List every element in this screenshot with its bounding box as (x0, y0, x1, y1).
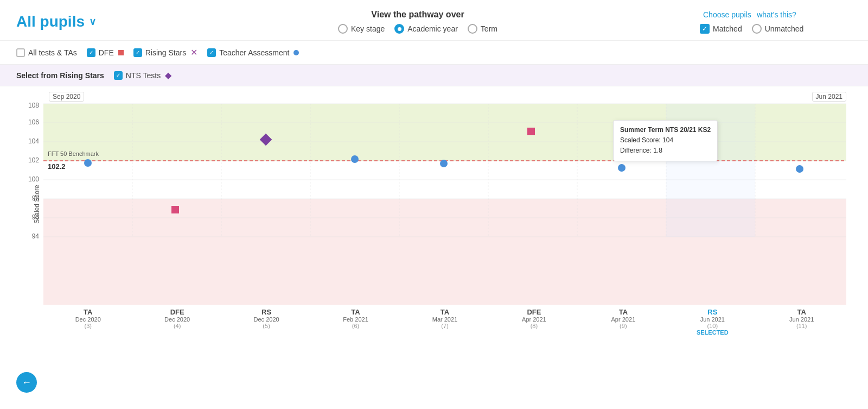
top-bar: All pupils ∨ View the pathway over Key s… (0, 0, 868, 41)
teacher-assessment-checkbox (207, 48, 216, 57)
radio-academic-year-label: Academic year (407, 24, 458, 33)
pupils-chevron: ∨ (89, 16, 96, 28)
radio-academic-year-circle (394, 24, 404, 34)
checkbox-unmatched-box (752, 24, 762, 34)
nts-checkbox (114, 71, 123, 80)
y-axis-label: Scaled Score (33, 185, 41, 223)
radio-term-label: Term (481, 24, 497, 33)
unmatched-label: Unmatched (765, 24, 804, 33)
svg-text:102.2: 102.2 (48, 162, 66, 171)
dfe-icon (118, 50, 124, 55)
pupils-dropdown[interactable]: All pupils ∨ (16, 13, 136, 30)
radio-term[interactable]: Term (468, 24, 497, 34)
pathway-section: View the pathway over Key stage Academic… (136, 10, 700, 34)
time-labels: Sep 2020 Jun 2021 (43, 92, 852, 102)
x-label-3[interactable]: RS Dec 2020 (5) (222, 308, 311, 336)
choose-pupils-section: Choose pupils what's this? Matched Unmat… (700, 10, 852, 34)
x-label-4[interactable]: TA Feb 2021 (6) (311, 308, 400, 336)
chart-area: Sep 2020 Jun 2021 Scaled Score (0, 86, 868, 347)
radio-academic-year[interactable]: Academic year (394, 24, 458, 34)
filter-teacher-assessment[interactable]: Teacher Assessment (207, 48, 299, 57)
svg-text:102: 102 (28, 156, 39, 164)
x-label-9[interactable]: TA Jun 2021 (11) (757, 308, 846, 336)
matched-label: Matched (713, 24, 742, 33)
filter-all-tests[interactable]: All tests & TAs (16, 48, 77, 57)
dfe-checkbox (87, 48, 95, 57)
svg-text:94: 94 (32, 232, 40, 240)
filter-dfe[interactable]: DFE (87, 48, 124, 57)
radio-key-stage-circle (338, 24, 348, 34)
svg-text:106: 106 (28, 118, 39, 126)
time-end-label: Jun 2021 (812, 92, 846, 102)
x-label-1[interactable]: TA Dec 2020 (3) (43, 308, 132, 336)
all-tests-label: All tests & TAs (28, 48, 77, 57)
radio-key-stage[interactable]: Key stage (338, 24, 385, 34)
teacher-assessment-icon (293, 50, 299, 55)
pupils-checkbox-group: Matched Unmatched (700, 24, 852, 34)
svg-rect-36 (527, 128, 535, 135)
filters-bar: All tests & TAs DFE Rising Stars ✕ Teach… (0, 41, 868, 65)
nts-tests-filter[interactable]: NTS Tests ◆ (114, 70, 171, 80)
svg-point-34 (351, 155, 359, 163)
nts-label: NTS Tests (126, 71, 161, 80)
svg-text:108: 108 (28, 102, 39, 109)
all-tests-checkbox (16, 48, 25, 57)
x-label-8[interactable]: RS Jun 2021 (10) SELECTED (668, 308, 757, 336)
svg-rect-32 (171, 206, 179, 213)
svg-text:FFT 50 Benchmark: FFT 50 Benchmark (48, 150, 99, 157)
teacher-assessment-label: Teacher Assessment (219, 48, 289, 57)
svg-rect-27 (666, 104, 755, 237)
checkbox-matched[interactable]: Matched (700, 24, 742, 34)
svg-point-31 (84, 159, 92, 167)
choose-pupils-label: Choose pupils what's this? (700, 10, 852, 20)
rising-stars-label: Rising Stars (145, 48, 186, 57)
x-axis-labels: TA Dec 2020 (3) DFE Dec 2020 (4) RS Dec … (43, 305, 846, 336)
select-from-rs-label: Select from Rising Stars (16, 71, 104, 80)
rising-stars-icon: ✕ (190, 47, 197, 58)
pupils-title-text: All pupils (16, 13, 85, 30)
chart-svg-wrapper: Scaled Score (43, 104, 852, 305)
x-label-2[interactable]: DFE Dec 2020 (4) (132, 308, 221, 336)
whats-this-link[interactable]: what's this? (757, 10, 796, 19)
checkbox-matched-box (700, 24, 710, 34)
checkbox-unmatched[interactable]: Unmatched (752, 24, 804, 34)
x-label-6[interactable]: DFE Apr 2021 (8) (489, 308, 578, 336)
svg-point-39 (796, 165, 803, 173)
main-chart: 108 106 104 102 100 98 96 94 (43, 104, 846, 305)
nts-icon: ◆ (165, 70, 171, 80)
rising-stars-row: Select from Rising Stars NTS Tests ◆ (0, 65, 868, 86)
time-start-label: Sep 2020 (49, 92, 84, 102)
x-label-5[interactable]: TA Mar 2021 (7) (400, 308, 489, 336)
svg-point-37 (618, 164, 626, 172)
radio-term-circle (468, 24, 477, 34)
svg-point-35 (440, 160, 448, 167)
radio-key-stage-label: Key stage (351, 24, 385, 33)
svg-text:100: 100 (28, 175, 39, 183)
svg-text:104: 104 (28, 137, 39, 145)
dfe-label: DFE (99, 48, 114, 57)
rising-stars-checkbox (133, 48, 142, 57)
x-label-7[interactable]: TA Apr 2021 (9) (579, 308, 668, 336)
chart-container: Sep 2020 Jun 2021 Scaled Score (43, 92, 852, 336)
pathway-radio-group: Key stage Academic year Term (338, 24, 497, 34)
filter-rising-stars[interactable]: Rising Stars ✕ (133, 47, 197, 58)
pathway-label: View the pathway over (371, 10, 464, 20)
